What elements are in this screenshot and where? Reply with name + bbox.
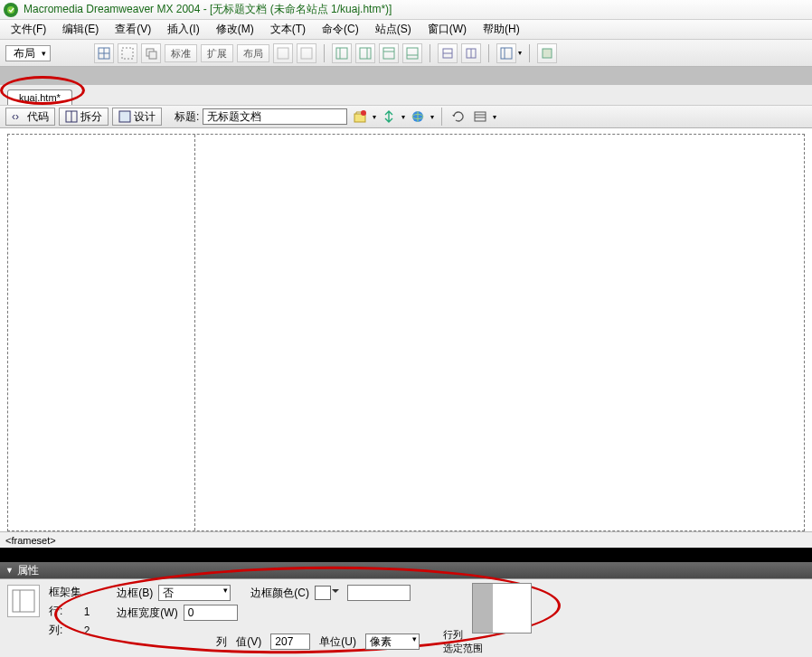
layout-cell-icon[interactable] xyxy=(273,43,293,63)
menu-site[interactable]: 站点(S) xyxy=(368,20,419,39)
design-view-label: 设计 xyxy=(134,109,156,125)
unit-dropdown[interactable] xyxy=(365,634,420,650)
svg-rect-8 xyxy=(301,48,312,59)
bordercolor-input[interactable] xyxy=(347,585,411,601)
separator-icon xyxy=(529,44,530,62)
svg-rect-11 xyxy=(360,48,371,59)
svg-rect-7 xyxy=(278,48,288,59)
insert-category-dropdown[interactable]: 布局 xyxy=(5,45,51,61)
split-view-button[interactable]: 拆分 xyxy=(59,108,109,126)
unit-label: 单位(U) xyxy=(319,634,356,650)
svg-rect-9 xyxy=(336,48,347,59)
frameset-icon xyxy=(7,585,40,617)
preview-selected-column xyxy=(473,584,493,633)
layer-icon[interactable] xyxy=(141,43,161,63)
window-titlebar: Macromedia Dreamweaver MX 2004 - [无标题文档 … xyxy=(0,0,812,20)
frames-dropdown-icon[interactable] xyxy=(496,43,516,63)
preview-browser-icon[interactable] xyxy=(409,108,427,126)
bordercolor-label: 边框颜色(C) xyxy=(250,586,309,601)
split-icon xyxy=(65,110,78,123)
svg-rect-13 xyxy=(383,48,394,59)
code-view-button[interactable]: ‹› 代码 xyxy=(5,108,55,126)
layout-table-icon[interactable] xyxy=(297,43,316,63)
svg-rect-32 xyxy=(475,112,486,121)
borderwidth-label: 边框宽度(W) xyxy=(117,605,177,621)
misc-icon[interactable] xyxy=(537,43,557,63)
menu-view[interactable]: 查看(V) xyxy=(108,20,158,39)
frame-left-icon[interactable] xyxy=(332,43,352,63)
svg-rect-27 xyxy=(119,111,130,122)
document-toolbar: ‹› 代码 拆分 设计 标题: ▾ ▾ ▾ ▾ xyxy=(0,105,812,128)
rows-value: 1 xyxy=(71,605,90,618)
app-icon xyxy=(4,3,18,17)
menu-file[interactable]: 文件(F) xyxy=(4,20,53,39)
collapse-triangle-icon: ▼ xyxy=(5,566,14,575)
properties-panel-header[interactable]: ▼ 属性 xyxy=(0,562,812,578)
frame-bottom-icon[interactable] xyxy=(402,43,422,63)
insert-toolbar: 布局 标准 扩展 布局 ▾ xyxy=(0,40,812,67)
window-title: Macromedia Dreamweaver MX 2004 - [无标题文档 … xyxy=(24,2,392,17)
menu-help[interactable]: 帮助(H) xyxy=(476,20,527,39)
svg-rect-6 xyxy=(149,52,156,59)
frame-left[interactable] xyxy=(8,135,195,530)
svg-rect-21 xyxy=(501,48,512,59)
separator-icon xyxy=(324,44,325,62)
tag-selector[interactable]: <frameset> xyxy=(0,531,812,548)
svg-point-29 xyxy=(361,110,366,116)
border-label: 边框(B) xyxy=(117,586,153,601)
title-label: 标题: xyxy=(175,109,199,125)
panel-divider xyxy=(0,548,812,562)
div-icon[interactable] xyxy=(118,43,137,63)
frame-right-icon[interactable] xyxy=(355,43,375,63)
design-icon xyxy=(118,110,131,123)
bordercolor-well[interactable] xyxy=(315,586,331,600)
separator-icon xyxy=(430,44,430,62)
value-label: 值(V) xyxy=(236,634,261,650)
separator-icon xyxy=(441,108,442,126)
code-icon: ‹› xyxy=(12,110,24,123)
border-dropdown[interactable] xyxy=(158,585,231,601)
menu-commands[interactable]: 命令(C) xyxy=(315,20,366,39)
svg-rect-23 xyxy=(543,49,552,58)
tabular2-icon[interactable] xyxy=(461,43,481,63)
view-options-icon[interactable] xyxy=(471,108,489,126)
no-browser-check-icon[interactable] xyxy=(351,108,369,126)
table-icon[interactable] xyxy=(94,43,114,63)
frameset-canvas[interactable] xyxy=(7,134,805,531)
svg-text:‹›: ‹› xyxy=(12,110,19,123)
borderwidth-input[interactable] xyxy=(184,605,238,621)
mode-standard-button[interactable]: 标准 xyxy=(165,44,197,62)
value-input[interactable] xyxy=(270,634,310,650)
title-input[interactable] xyxy=(203,108,347,125)
cols-label: 列: xyxy=(49,623,62,638)
document-tab-row: kuaj.htm* xyxy=(0,85,812,105)
svg-rect-35 xyxy=(13,590,34,612)
code-view-label: 代码 xyxy=(27,109,49,125)
separator-icon xyxy=(488,44,489,62)
tabular-icon[interactable] xyxy=(438,43,458,63)
frameset-preview[interactable] xyxy=(472,583,532,634)
properties-panel-title: 属性 xyxy=(17,563,39,578)
menu-insert[interactable]: 插入(I) xyxy=(160,20,206,39)
menu-modify[interactable]: 修改(M) xyxy=(209,20,261,39)
menu-text[interactable]: 文本(T) xyxy=(263,20,313,39)
svg-rect-15 xyxy=(407,48,418,59)
frame-top-icon[interactable] xyxy=(379,43,399,63)
rows-label: 行: xyxy=(49,604,62,619)
file-management-icon[interactable] xyxy=(380,108,398,126)
refresh-icon[interactable] xyxy=(449,108,467,126)
frame-right[interactable] xyxy=(195,135,804,530)
mode-extended-button[interactable]: 扩展 xyxy=(201,44,233,62)
menu-window[interactable]: 窗口(W) xyxy=(420,20,474,39)
menu-edit[interactable]: 编辑(E) xyxy=(55,20,106,39)
document-tab[interactable]: kuaj.htm* xyxy=(7,89,72,105)
toolbar-gap xyxy=(0,67,812,85)
menu-bar: 文件(F) 编辑(E) 查看(V) 插入(I) 修改(M) 文本(T) 命令(C… xyxy=(0,20,812,40)
design-view-button[interactable]: 设计 xyxy=(112,108,162,126)
preview-column xyxy=(493,584,531,633)
frameset-label: 框架集 xyxy=(49,585,81,600)
mode-layout-button[interactable]: 布局 xyxy=(237,44,269,62)
properties-panel-body: 框架集 行: 1 列: 2 边框(B) 边框颜色(C) 边框宽度(W) 列 值(… xyxy=(0,578,812,657)
split-view-label: 拆分 xyxy=(80,109,102,125)
svg-rect-4 xyxy=(122,48,133,59)
